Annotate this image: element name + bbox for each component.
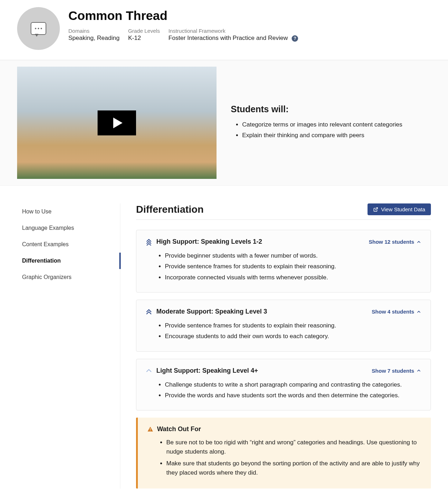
divider: [136, 219, 431, 220]
support-items-high: Provide beginner students with a fewer n…: [146, 251, 421, 282]
meta-grade-value: K-12: [128, 35, 160, 42]
list-item: Provide sentence frames for students to …: [165, 262, 421, 271]
list-item: Provide beginner students with a fewer n…: [165, 251, 421, 260]
support-title-light: Light Support: Speaking Level 4+: [156, 367, 368, 374]
list-item: Provide sentence frames for students to …: [165, 321, 421, 330]
meta-domains-value: Speaking, Reading: [68, 35, 120, 42]
students-will-heading: Students will:: [231, 104, 402, 114]
chevrons-up-icon: [146, 309, 152, 315]
sidebar-item-content-examples[interactable]: Content Examples: [17, 236, 120, 253]
meta-grade-label: Grade Levels: [128, 28, 160, 34]
list-item: Encourage students to add their own word…: [165, 332, 421, 341]
meta-framework-label: Instructional Framework: [168, 28, 298, 34]
hero-section: Students will: Categorize terms or image…: [0, 60, 448, 186]
svg-rect-1: [150, 428, 151, 430]
watch-out-title: Watch Out For: [157, 425, 201, 433]
sidebar-item-how-to-use[interactable]: How to Use: [17, 203, 120, 220]
warning-icon: [147, 426, 153, 433]
video-thumbnail[interactable]: [17, 67, 217, 179]
page-title: Common Thread: [68, 9, 431, 23]
support-card-moderate: Moderate Support: Speaking Level 3 Show …: [136, 300, 431, 352]
support-title-moderate: Moderate Support: Speaking Level 3: [156, 308, 368, 315]
support-title-high: High Support: Speaking Levels 1-2: [156, 238, 364, 246]
list-item: Challenge students to write a short para…: [165, 380, 421, 389]
support-items-light: Challenge students to write a short para…: [146, 380, 421, 400]
meta-domains: Domains Speaking, Reading: [68, 28, 120, 42]
sidebar-item-language-examples[interactable]: Language Examples: [17, 220, 120, 236]
meta-grade: Grade Levels K-12: [128, 28, 160, 42]
view-student-data-label: View Student Data: [381, 206, 425, 212]
sidebar-item-differentiation[interactable]: Differentiation: [17, 253, 120, 269]
sidebar-nav: How to Use Language Examples Content Exa…: [17, 203, 120, 489]
meta-framework-value: Foster Interactions with Practice and Re…: [168, 35, 298, 42]
meta-framework-text: Foster Interactions with Practice and Re…: [168, 35, 288, 41]
support-card-light: Light Support: Speaking Level 4+ Show 7 …: [136, 359, 431, 411]
meta-domains-label: Domains: [68, 28, 120, 34]
chevron-up-icon: [146, 368, 152, 373]
play-icon: [113, 118, 123, 128]
watch-out-card: Watch Out For Be sure not to be too rigi…: [136, 418, 431, 489]
support-items-moderate: Provide sentence frames for students to …: [146, 321, 421, 341]
show-students-light-label: Show 7 students: [372, 368, 414, 374]
objective-item: Explain their thinking and compare with …: [242, 131, 402, 140]
section-title: Differentiation: [136, 204, 204, 215]
chevrons-up-icon: [146, 238, 152, 246]
support-card-high: High Support: Speaking Levels 1-2 Show 1…: [136, 230, 431, 293]
sidebar-item-graphic-organizers[interactable]: Graphic Organizers: [17, 269, 120, 285]
chevron-up-icon: [416, 309, 421, 314]
play-button[interactable]: [98, 110, 136, 135]
show-students-high[interactable]: Show 12 students: [369, 239, 421, 245]
watch-out-items: Be sure not to be too rigid with “right …: [147, 438, 422, 477]
list-item: Be sure not to be too rigid with “right …: [166, 438, 422, 456]
objectives-list: Categorize terms or images into relevant…: [231, 120, 402, 140]
show-students-moderate[interactable]: Show 4 students: [372, 309, 421, 315]
content-area: Differentiation View Student Data High S…: [120, 203, 431, 489]
page-header: Common Thread Domains Speaking, Reading …: [0, 0, 448, 60]
list-item: Make sure that students go beyond the so…: [166, 459, 422, 477]
list-item: Provide the words and have students sort…: [165, 391, 421, 400]
help-icon[interactable]: ?: [292, 35, 298, 42]
svg-rect-2: [150, 430, 151, 431]
chevron-up-icon: [416, 239, 421, 244]
objective-item: Categorize terms or images into relevant…: [242, 120, 402, 129]
view-student-data-button[interactable]: View Student Data: [368, 203, 431, 215]
show-students-moderate-label: Show 4 students: [372, 309, 414, 315]
list-item: Incorporate connected visuals with terms…: [165, 273, 421, 282]
external-link-icon: [373, 207, 378, 212]
show-students-light[interactable]: Show 7 students: [372, 368, 421, 374]
speech-bubble-icon: [31, 22, 46, 35]
show-students-high-label: Show 12 students: [369, 239, 414, 245]
chevron-up-icon: [416, 368, 421, 373]
strategy-icon: [17, 7, 60, 50]
svg-line-0: [375, 207, 377, 210]
meta-framework: Instructional Framework Foster Interacti…: [168, 28, 298, 42]
